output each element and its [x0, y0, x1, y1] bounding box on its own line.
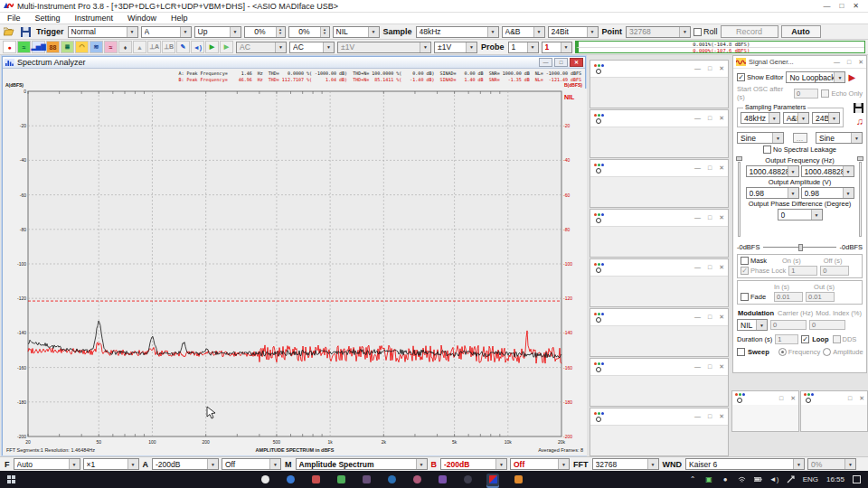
- panel-close-icon[interactable]: ✕: [859, 395, 864, 402]
- panel-maximize-icon[interactable]: □: [708, 164, 712, 172]
- panel-minimize-icon[interactable]: —: [694, 164, 701, 172]
- show-editor-checkbox[interactable]: [737, 73, 745, 81]
- range-b-select[interactable]: ±1V▼: [434, 42, 477, 53]
- save-icon[interactable]: [19, 25, 33, 38]
- panel-titlebar[interactable]: —□✕: [590, 110, 728, 127]
- siggen-channels-select[interactable]: A&B▼: [783, 112, 809, 124]
- app-icon-3[interactable]: [309, 474, 322, 486]
- panel-minimize-icon[interactable]: —: [694, 115, 701, 122]
- notification-icon[interactable]: [853, 475, 861, 483]
- panel-maximize-icon[interactable]: □: [708, 314, 712, 321]
- app-icon-5[interactable]: [360, 474, 373, 486]
- probe-b-select[interactable]: 1▼: [542, 42, 572, 53]
- sample-rate-select[interactable]: 48kHz▼: [416, 26, 499, 38]
- app-icon-10[interactable]: [512, 474, 524, 486]
- maximize-button[interactable]: □: [839, 2, 844, 10]
- panel-close-icon[interactable]: ✕: [719, 314, 724, 321]
- panel-titlebar[interactable]: —□✕: [590, 160, 728, 176]
- panel-titlebar[interactable]: —□✕: [590, 359, 728, 375]
- siggen-minimize-icon[interactable]: —: [834, 59, 840, 66]
- loop-checkbox[interactable]: [801, 335, 809, 343]
- trigger-mode-select[interactable]: Normal▼: [68, 26, 138, 38]
- loopback-select[interactable]: No Loopback▼: [786, 71, 845, 83]
- multi-instrument-taskbar-icon[interactable]: [486, 474, 499, 486]
- close-button[interactable]: ✕: [853, 2, 859, 10]
- probe-cal-icon[interactable]: ✎: [176, 41, 190, 53]
- panel-close-icon[interactable]: ✕: [719, 164, 724, 172]
- spectrum-analyzer-icon[interactable]: ▂▅▇: [32, 41, 45, 53]
- trigger-delay-spinner[interactable]: 0%▲▼: [288, 26, 330, 38]
- amplitude-slider-a[interactable]: [735, 155, 743, 237]
- sweep-checkbox[interactable]: [737, 348, 745, 356]
- wifi-icon[interactable]: [738, 475, 746, 483]
- app-icon-9[interactable]: [461, 474, 474, 486]
- run-cursor-icon[interactable]: ▶: [220, 41, 233, 53]
- app-icon-6[interactable]: [385, 474, 398, 486]
- panel-maximize-icon[interactable]: □: [779, 395, 783, 402]
- panel-minimize-icon[interactable]: —: [694, 314, 701, 321]
- panel-close-icon[interactable]: ✕: [790, 395, 796, 402]
- probe-a-select[interactable]: 1▼: [508, 42, 539, 53]
- record-icon[interactable]: ●: [3, 41, 16, 53]
- bit-depth-select[interactable]: 24Bit▼: [548, 26, 599, 38]
- panel-maximize-icon[interactable]: □: [848, 395, 852, 402]
- app-icon-4[interactable]: [335, 474, 347, 486]
- signal-generator-titlebar[interactable]: Signal Gener... —□✕: [733, 56, 866, 69]
- open-file-icon[interactable]: [3, 25, 16, 38]
- panel-minimize-icon[interactable]: —: [694, 214, 701, 221]
- spectrum-close-button[interactable]: ✕: [570, 58, 583, 67]
- trigger-edge-select[interactable]: Up▼: [194, 26, 241, 38]
- b-range-select[interactable]: -200dB▼: [440, 458, 507, 470]
- balance-slider[interactable]: [763, 243, 835, 251]
- b-compensation-select[interactable]: Off▼: [510, 458, 570, 470]
- roll-checkbox[interactable]: [693, 28, 702, 36]
- hold-icon[interactable]: ▲: [133, 41, 146, 53]
- clock[interactable]: 16:55: [826, 475, 844, 483]
- fade-checkbox[interactable]: [741, 293, 749, 301]
- run-icon[interactable]: ▶: [205, 41, 219, 53]
- app-icon-7[interactable]: [410, 474, 423, 486]
- panel-maximize-icon[interactable]: □: [708, 214, 712, 221]
- panel-close-icon[interactable]: ✕: [719, 115, 724, 122]
- panel-maximize-icon[interactable]: □: [708, 115, 712, 122]
- panel-maximize-icon[interactable]: □: [708, 264, 712, 271]
- amplitude-b-select[interactable]: 0.98▼: [801, 187, 854, 199]
- fft-size-select[interactable]: 32768▼: [592, 458, 659, 470]
- amplitude-a-select[interactable]: 0.98▼: [746, 187, 799, 199]
- panel-minimize-icon[interactable]: —: [694, 65, 701, 72]
- panel-titlebar[interactable]: □✕: [801, 391, 867, 405]
- siggen-rate-select[interactable]: 48kHz▼: [741, 112, 780, 124]
- mode-select[interactable]: Amplitude Spectrum▼: [296, 458, 428, 470]
- zoom-select[interactable]: ×1▼: [83, 458, 139, 470]
- modulation-select[interactable]: NIL▼: [737, 319, 768, 331]
- device-test-plan-icon[interactable]: ♦: [118, 41, 132, 53]
- tray-app-icon[interactable]: ▣: [705, 475, 713, 483]
- menu-help[interactable]: Help: [164, 14, 195, 23]
- sound-output-icon[interactable]: ◄): [191, 41, 204, 53]
- panel-close-icon[interactable]: ✕: [719, 413, 724, 420]
- waveform-a-select[interactable]: Sine▼: [737, 132, 784, 144]
- mask-checkbox[interactable]: [741, 257, 749, 265]
- trigger-source-select[interactable]: A▼: [141, 26, 192, 38]
- panel-titlebar[interactable]: —□✕: [590, 259, 728, 276]
- derived-data-icon[interactable]: ≈: [104, 41, 118, 53]
- auto-button[interactable]: Auto: [781, 25, 821, 38]
- spectrum-window-titlebar[interactable]: Spectrum Analyzer — □ ✕: [3, 57, 585, 69]
- menu-file[interactable]: File: [0, 14, 28, 23]
- siggen-maximize-icon[interactable]: □: [847, 59, 851, 66]
- battery-icon[interactable]: [754, 475, 762, 483]
- language-indicator[interactable]: ENG: [803, 475, 818, 483]
- multimeter-icon[interactable]: 88: [46, 41, 60, 53]
- frequency-axis-select[interactable]: Auto▼: [14, 458, 80, 470]
- waveform-b-select[interactable]: Sine▼: [816, 132, 863, 144]
- panel-minimize-icon[interactable]: —: [694, 264, 701, 271]
- spectrogram-icon[interactable]: ≣: [61, 41, 74, 53]
- menu-instrument[interactable]: Instrument: [68, 14, 121, 23]
- panel-minimize-icon[interactable]: —: [694, 363, 701, 371]
- minimize-button[interactable]: —: [823, 2, 830, 10]
- trigger-level-spinner[interactable]: 0%▲▼: [244, 26, 286, 38]
- a-range-select[interactable]: -200dB▼: [152, 458, 219, 470]
- menu-setting[interactable]: Setting: [28, 14, 68, 23]
- app-icon-1[interactable]: [259, 474, 271, 486]
- frequency-b-select[interactable]: 1000.488281▼: [801, 165, 854, 177]
